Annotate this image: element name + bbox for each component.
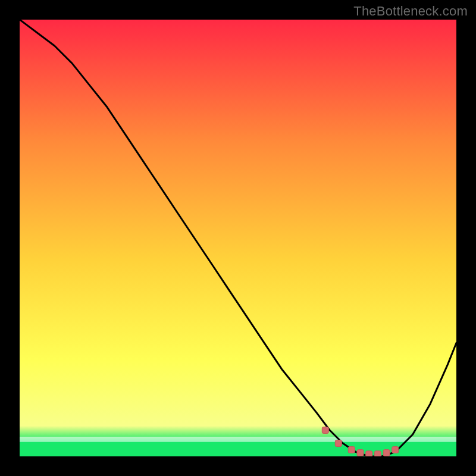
- plot-area: [20, 20, 456, 456]
- marker-point: [335, 440, 342, 447]
- chart-background: [20, 20, 456, 456]
- chart-highlight-band: [20, 437, 456, 442]
- chart-svg: [20, 20, 456, 456]
- marker-point: [357, 450, 364, 456]
- chart-container: TheBottleneck.com: [0, 0, 476, 476]
- marker-point: [374, 451, 381, 456]
- marker-point: [348, 447, 355, 453]
- chart-frame: [20, 20, 456, 456]
- marker-point: [322, 427, 328, 434]
- marker-point: [366, 451, 372, 456]
- watermark-text: TheBottleneck.com: [353, 4, 468, 19]
- marker-point: [392, 447, 399, 453]
- marker-point: [383, 450, 390, 456]
